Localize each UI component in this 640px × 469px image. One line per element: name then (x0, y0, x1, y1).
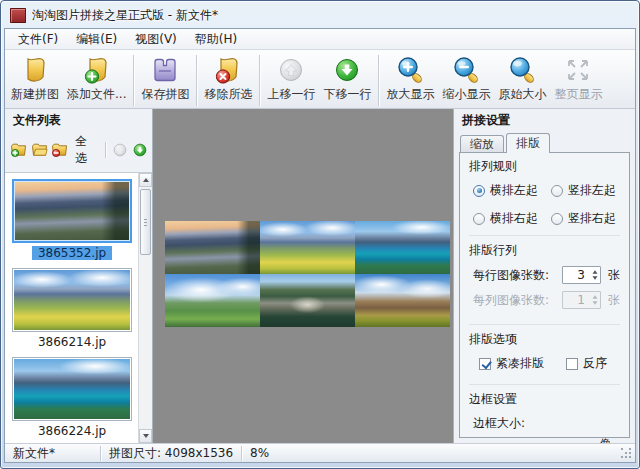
file-name-label: 3865352.jp (12, 246, 132, 260)
settings-panel-title: 拼接设置 (454, 109, 635, 131)
spinner-value: 3 (563, 268, 589, 282)
photo-thumbnail-alpine-meadow (14, 270, 130, 330)
app-icon (10, 8, 26, 23)
radio-vertical-left[interactable]: 竖排左起 (551, 182, 620, 199)
collage-cell[interactable] (260, 274, 355, 327)
settings-panel: 拼接设置 缩放 排版 排列规则 横排左起 竖排左起 (454, 109, 635, 443)
toolbar-button-label: 新建拼图 (11, 86, 59, 102)
scrollbar-thumb[interactable] (140, 189, 151, 255)
collage-canvas (153, 109, 454, 443)
zoom-out-button[interactable]: 缩小显示 (438, 53, 494, 102)
collage-cell[interactable] (355, 221, 450, 274)
radio-icon (551, 213, 563, 225)
remove-selected-button[interactable]: 移除所选 (200, 53, 256, 102)
menu-bar: 文件(F) 编辑(E) 视图(V) 帮助(H) (5, 29, 635, 50)
radio-vertical-right[interactable]: 竖排右起 (551, 210, 620, 227)
original-size-button[interactable]: 原始大小 (494, 53, 550, 102)
spinner-value: 1 (563, 293, 589, 307)
file-item[interactable]: 3865352.jp (12, 179, 132, 260)
remove-file-folder-button[interactable] (51, 140, 68, 160)
collage-grid (165, 221, 450, 327)
file-thumbnail[interactable] (12, 268, 132, 332)
add-file-icon (81, 54, 113, 86)
move-row-down-button[interactable]: 下移一行 (319, 53, 375, 102)
radio-horizontal-right[interactable]: 横排右起 (473, 210, 551, 227)
tab-layout[interactable]: 排版 (506, 133, 550, 153)
toolbar-button-label: 上移一行 (267, 86, 315, 102)
status-zoom-level: 8% (242, 446, 277, 460)
add-file-folder-button[interactable] (10, 140, 27, 160)
title-bar[interactable]: 淘淘图片拼接之星正式版 - 新文件* (2, 2, 638, 28)
move-file-down-button[interactable] (132, 140, 149, 160)
toolbar-button-label: 保存拼图 (141, 86, 189, 102)
spinner-arrows[interactable] (589, 270, 600, 280)
file-name-label: 3866214.jp (12, 335, 132, 349)
group-title: 边框设置 (469, 391, 620, 408)
file-list-toolbar: 全选 (5, 130, 152, 172)
checkbox-icon (479, 358, 491, 370)
status-file-name: 新文件* (13, 445, 100, 462)
move-row-up-button: 上移一行 (263, 53, 319, 102)
window-frame: 淘淘图片拼接之星正式版 - 新文件* 文件(F) 编辑(E) 视图(V) 帮助(… (0, 0, 640, 469)
settings-tab-content: 排列规则 横排左起 竖排左起 横排右起 (459, 152, 630, 438)
toolbar-button-label: 下移一行 (323, 86, 371, 102)
collage-cell[interactable] (165, 221, 260, 274)
file-list-scrollbar[interactable] (138, 173, 152, 443)
spin-down-icon[interactable] (592, 276, 597, 279)
menu-edit[interactable]: 编辑(E) (67, 29, 126, 50)
file-thumbnail[interactable] (12, 357, 132, 421)
spin-up-icon[interactable] (592, 270, 597, 273)
file-item[interactable]: 3866214.jp (12, 268, 132, 349)
menu-view[interactable]: 视图(V) (126, 29, 186, 50)
toolbar-button-label: 缩小显示 (442, 86, 490, 102)
file-thumbnail[interactable] (12, 179, 132, 243)
toolbar-separator (196, 55, 197, 106)
unit-label: 张 (608, 267, 620, 284)
menu-file[interactable]: 文件(F) (9, 29, 67, 50)
open-folder-button[interactable] (30, 140, 47, 160)
photo-thumbnail-ocean-coast (14, 359, 130, 419)
toolbar-button-label: 放大显示 (386, 86, 434, 102)
radio-label: 竖排左起 (568, 182, 616, 199)
tab-scale[interactable]: 缩放 (460, 135, 504, 152)
toolbar-button-label: 原始大小 (498, 86, 546, 102)
settings-tabs: 缩放 排版 (454, 131, 635, 152)
save-collage-button[interactable]: 保存拼图 (137, 53, 193, 102)
scrollbar-up-button[interactable] (139, 173, 152, 187)
compact-layout-checkbox[interactable]: 紧凑排版 (479, 355, 544, 372)
border-size-label: 边框大小: (473, 415, 525, 432)
file-list-title: 文件列表 (5, 109, 152, 130)
radio-horizontal-left[interactable]: 横排左起 (473, 182, 551, 199)
collage-cell[interactable] (355, 274, 450, 327)
file-toolbar-separator (105, 142, 106, 158)
reverse-order-checkbox[interactable]: 反序 (566, 355, 607, 372)
zoom-out-icon (450, 54, 482, 86)
radio-icon (473, 213, 485, 225)
move-row-down-icon (331, 54, 363, 86)
file-item[interactable]: 3866224.jp (12, 357, 132, 438)
new-collage-button[interactable]: 新建拼图 (7, 53, 63, 102)
zoom-in-button[interactable]: 放大显示 (382, 53, 438, 102)
open-folder-icon (31, 142, 48, 158)
add-file-button[interactable]: 添加文件... (63, 53, 130, 102)
collage-cell[interactable] (165, 274, 260, 327)
collage-cell[interactable] (260, 221, 355, 274)
add-file-folder-icon (10, 142, 27, 158)
save-collage-icon (149, 54, 181, 86)
zoom-in-icon (394, 54, 426, 86)
spin-up-icon (592, 295, 597, 298)
resize-grip-icon[interactable] (621, 448, 632, 459)
spinner-arrows (589, 295, 600, 305)
layout-options-group: 排版选项 紧凑排版 反序 (469, 324, 620, 376)
status-bar: 新文件* 拼图尺寸: 4098x1536 8% (5, 443, 635, 462)
select-all-button[interactable]: 全选 (71, 132, 100, 168)
triangle-down-icon (143, 434, 149, 438)
remove-selected-icon (212, 54, 244, 86)
window-title: 淘淘图片拼接之星正式版 - 新文件* (32, 7, 218, 24)
fit-page-button: 整页显示 (550, 53, 606, 102)
images-per-row-spinner[interactable]: 3 (562, 266, 601, 284)
menu-help[interactable]: 帮助(H) (186, 29, 246, 50)
checkbox-label: 反序 (583, 355, 607, 372)
scrollbar-down-button[interactable] (139, 429, 152, 443)
toolbar-separator (378, 55, 379, 106)
